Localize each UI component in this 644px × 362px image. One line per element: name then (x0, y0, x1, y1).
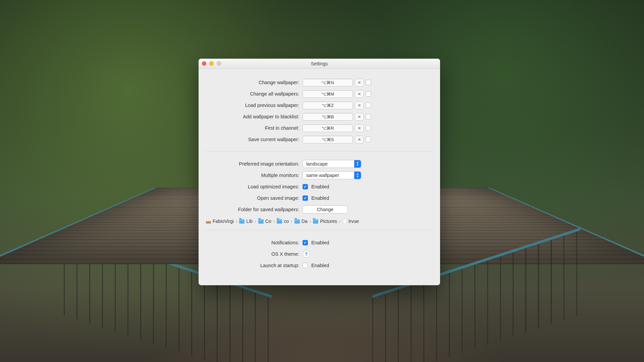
open-saved-checkbox[interactable] (303, 195, 308, 201)
shortcut-field-change-all[interactable]: ⌥⌘M (303, 90, 353, 98)
close-icon: ✕ (358, 80, 361, 85)
path-segment[interactable]: FabioVirgi (206, 219, 234, 224)
notifications-checkbox[interactable] (303, 240, 308, 245)
system-section: Notifications: Enabled OS X theme: ? Lau… (205, 230, 433, 277)
shortcut-enable-checkbox[interactable] (366, 125, 371, 131)
path-segment[interactable]: Irvue (343, 219, 359, 224)
notifications-label: Notifications: (205, 240, 303, 245)
orientation-value: landscape (306, 161, 328, 167)
folder-icon (258, 219, 264, 224)
window-title: Settings (199, 61, 440, 66)
minimize-icon[interactable] (209, 61, 214, 66)
clear-shortcut-button[interactable]: ✕ (355, 136, 364, 143)
home-icon (206, 219, 211, 224)
path-segment[interactable]: Pictures (313, 219, 337, 224)
help-icon[interactable]: ? (303, 250, 310, 258)
monitors-select[interactable]: same wallpaper ▲▼ (303, 171, 361, 179)
shortcut-label: Change all wallpapers: (205, 91, 303, 97)
titlebar[interactable]: Settings (199, 59, 440, 69)
folder-label: Folder for saved wallpapers: (205, 207, 303, 212)
change-folder-button[interactable]: Change (303, 205, 348, 214)
settings-window: Settings Change wallpaper: ⌥⌘N ✕ Change … (199, 59, 440, 285)
close-icon: ✕ (358, 126, 361, 131)
chevron-right-icon: › (236, 219, 237, 224)
shortcut-enable-checkbox[interactable] (366, 80, 371, 85)
shortcut-label: Save current wallpaper: (205, 137, 303, 142)
folder-icon (313, 219, 318, 224)
shortcut-enable-checkbox[interactable] (366, 114, 371, 119)
path-segment[interactable]: Da (294, 219, 308, 224)
shortcut-field-first-channel[interactable]: ⌥⌘R (303, 124, 353, 132)
close-icon: ✕ (358, 137, 361, 142)
shortcut-label: Load previous wallpaper: (205, 103, 303, 108)
enabled-text: Enabled (311, 240, 329, 245)
close-icon[interactable] (202, 61, 206, 66)
theme-label: OS X theme: (205, 251, 303, 257)
file-icon (343, 219, 347, 224)
open-saved-label: Open saved image: (205, 195, 303, 201)
zoom-icon (217, 61, 221, 66)
chevron-up-down-icon: ▲▼ (354, 172, 361, 179)
shortcut-enable-checkbox[interactable] (366, 137, 371, 142)
shortcut-field-change-wallpaper[interactable]: ⌥⌘N (303, 79, 353, 86)
enabled-text: Enabled (311, 263, 329, 268)
clear-shortcut-button[interactable]: ✕ (355, 79, 364, 86)
path-segment[interactable]: Lib (239, 219, 253, 224)
shortcuts-section: Change wallpaper: ⌥⌘N ✕ Change all wallp… (205, 73, 433, 151)
monitors-label: Multiple monitors: (205, 173, 303, 178)
chevron-right-icon: › (310, 219, 311, 224)
image-section: Preferred image orientation: landscape ▲… (205, 151, 433, 230)
enabled-text: Enabled (311, 184, 329, 189)
shortcut-field-blacklist[interactable]: ⌥⌘B (303, 113, 353, 121)
chevron-right-icon: › (339, 219, 341, 224)
clear-shortcut-button[interactable]: ✕ (355, 113, 364, 121)
chevron-right-icon: › (291, 219, 292, 224)
shortcut-enable-checkbox[interactable] (366, 91, 371, 97)
close-icon: ✕ (358, 103, 361, 108)
monitors-value: same wallpaper (306, 173, 339, 178)
chevron-up-down-icon: ▲▼ (354, 160, 361, 168)
folder-icon (294, 219, 300, 224)
folder-path: FabioVirgi › Lib › Co › co › Da › Pictur… (205, 216, 433, 225)
shortcut-label: First in channel: (205, 125, 303, 131)
shortcut-label: Change wallpaper: (205, 80, 303, 85)
shortcut-field-previous[interactable]: ⌥⌘Z (303, 102, 353, 109)
close-icon: ✕ (358, 92, 361, 97)
enabled-text: Enabled (311, 195, 329, 201)
orientation-label: Preferred image orientation: (205, 161, 303, 167)
shortcut-field-save[interactable]: ⌥⌘S (303, 136, 353, 143)
startup-checkbox[interactable] (303, 263, 308, 268)
path-segment[interactable]: co (277, 219, 289, 224)
optimized-checkbox[interactable] (303, 184, 308, 189)
clear-shortcut-button[interactable]: ✕ (355, 124, 364, 132)
clear-shortcut-button[interactable]: ✕ (355, 102, 364, 109)
clear-shortcut-button[interactable]: ✕ (355, 90, 364, 98)
chevron-right-icon: › (255, 219, 256, 224)
folder-icon (277, 219, 282, 224)
shortcut-label: Add wallpaper to blacklist: (205, 114, 303, 119)
optimized-label: Load optimized images: (205, 184, 303, 189)
chevron-right-icon: › (273, 219, 275, 224)
orientation-select[interactable]: landscape ▲▼ (303, 160, 361, 168)
path-segment[interactable]: Co (258, 219, 271, 224)
shortcut-enable-checkbox[interactable] (366, 103, 371, 108)
folder-icon (239, 219, 245, 224)
close-icon: ✕ (358, 114, 361, 119)
startup-label: Launch at startup: (205, 263, 303, 268)
